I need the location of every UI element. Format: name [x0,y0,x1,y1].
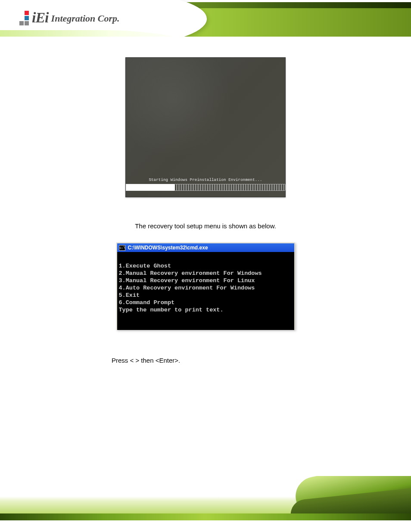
cmd-title-text: C:\WINDOWS\system32\cmd.exe [128,245,208,251]
caption-text-1: The recovery tool setup menu is shown as… [135,222,276,230]
cmd-icon: c:\ [119,245,125,251]
cmd-line: 6.Command Prompt [119,299,175,306]
cmd-titlebar: c:\ C:\WINDOWS\system32\cmd.exe [117,243,294,252]
cmd-line: Type the number to print text. [119,307,224,313]
caption-text-2: Press < > then <Enter>. [112,357,180,364]
page-content: Starting Windows Preinstallation Environ… [0,37,411,364]
page-footer [0,476,411,521]
footer-white-edge [0,520,411,521]
logo-square [19,21,24,25]
cmd-line: 1.Execute Ghost [119,263,171,269]
winpe-loading-screenshot: Starting Windows Preinstallation Environ… [125,57,286,197]
cmd-window-screenshot: c:\ C:\WINDOWS\system32\cmd.exe 1.Execut… [116,243,295,330]
cmd-body: 1.Execute Ghost 2.Manual Recovery enviro… [117,252,294,330]
cmd-line: 2.Manual Recovery environment For Window… [119,270,262,277]
brand-logo-icon [19,10,29,26]
winpe-progress-bar [126,184,285,191]
brand-tagline: Integration Corp. [51,13,120,24]
brand-logo-text: iEi [32,9,49,26]
logo-square [25,21,29,25]
page-header: iEi Integration Corp. [0,0,411,37]
logo-square [25,11,29,15]
winpe-loading-text: Starting Windows Preinstallation Environ… [126,178,285,182]
cmd-line: 5.Exit [119,292,140,299]
cmd-line: 4.Auto Recovery environment For Windows [119,285,255,291]
cmd-line: 3.Manual Recovery environment For Linux [119,277,255,284]
brand-block: iEi Integration Corp. [19,9,120,26]
logo-square [25,16,29,20]
winpe-progress-filled [126,184,174,191]
winpe-progress-ticks [174,184,285,191]
